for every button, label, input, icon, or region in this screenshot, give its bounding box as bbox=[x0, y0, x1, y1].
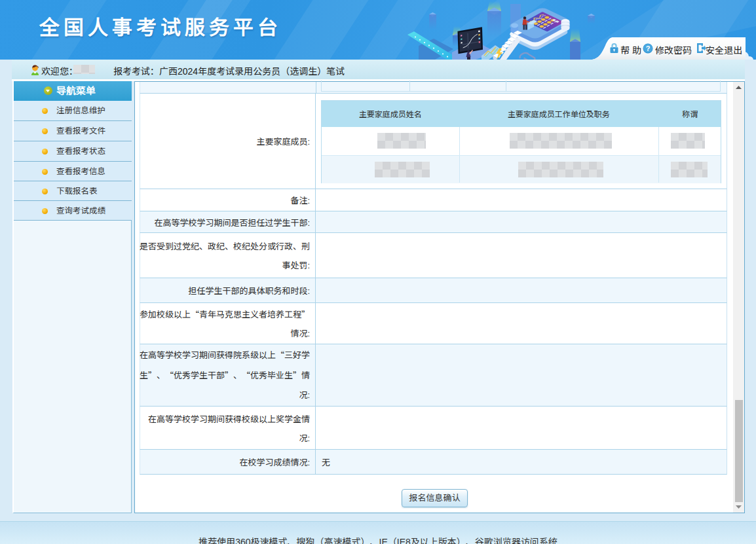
svg-text:?: ? bbox=[646, 45, 651, 52]
